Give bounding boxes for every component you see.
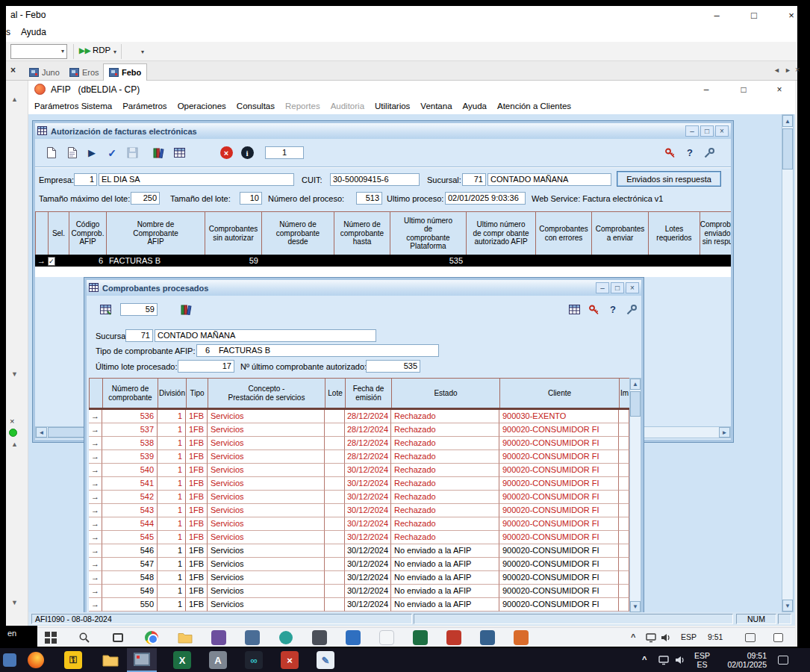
taskbar-cut-icon[interactable] [3, 653, 16, 667]
menu-atencion-clientes[interactable]: Atención a Clientes [497, 102, 571, 111]
column-header[interactable]: Im [620, 379, 630, 408]
file-explorer-icon[interactable] [178, 630, 193, 645]
sucursal-name-field[interactable]: CONTADO MAÑANA [155, 329, 376, 342]
column-header[interactable]: Tipo [187, 379, 208, 408]
table-row[interactable]: → 541 1 1FB Servicios 30/12/2024 Rechaza… [89, 477, 629, 491]
column-header[interactable]: Comprobantes con errores [536, 212, 592, 255]
column-header[interactable]: Comprobantes a enviar [592, 212, 649, 255]
gray-app-icon[interactable]: A [209, 651, 227, 669]
table-row[interactable]: → 545 1 1FB Servicios 30/12/2024 Rechaza… [89, 531, 629, 544]
table-row[interactable]: → 540 1 1FB Servicios 30/12/2024 Rechaza… [89, 464, 629, 477]
speaker-icon[interactable] [658, 630, 673, 645]
afip-titlebar[interactable]: AFIP (dbELDIA - CP) – □ × [28, 81, 795, 98]
remote-language-indicator[interactable]: ESP [681, 632, 697, 641]
records-counter-field[interactable]: 59 [120, 303, 158, 316]
export-grid-icon[interactable] [96, 300, 115, 319]
maximize-button[interactable]: □ [611, 282, 624, 293]
column-header[interactable]: Fecha de emisión [346, 379, 392, 408]
table-row[interactable]: → 549 1 1FB Servicios 30/12/2024 No envi… [89, 585, 629, 598]
tab-eros[interactable]: Eros [64, 63, 105, 81]
menu-parametros[interactable]: Parámetros [122, 102, 166, 111]
globe-dropdown-icon[interactable]: ▾ [141, 49, 144, 55]
process-counter-field[interactable]: 1 [265, 146, 304, 159]
ultimo-autorizado-field[interactable]: 535 [366, 360, 420, 373]
help-icon[interactable]: ? [680, 143, 700, 162]
help-icon[interactable]: ? [603, 300, 623, 319]
speaker-icon[interactable] [673, 653, 687, 667]
start-button[interactable] [43, 630, 58, 645]
scroll-up-icon[interactable]: ▲ [11, 96, 18, 103]
empresa-name-field[interactable]: EL DIA SA [99, 173, 294, 186]
connection-combobox[interactable]: ▾ [10, 44, 67, 59]
auth-selected-row[interactable]: → ✓ 6 FACTURAS B 59 535 [35, 255, 733, 267]
scrollbar-thumb[interactable] [782, 128, 793, 169]
taskbar-app-icon-blue2[interactable] [480, 630, 495, 645]
host-titlebar[interactable]: al - Febo – □ × [6, 6, 797, 24]
column-header[interactable]: Nombre de Comprobante AFIP [107, 212, 205, 255]
afip-minimize-button[interactable]: – [693, 81, 720, 97]
scroll-down-icon[interactable]: ▼ [11, 599, 18, 606]
language-indicator[interactable]: ESPES [694, 651, 710, 669]
column-header[interactable]: Ultimo número de comprobante Plataforma [390, 212, 467, 255]
taskbar-app-icon-orange[interactable] [514, 630, 529, 645]
mdi-vertical-scrollbar[interactable]: ▲ ▼ [782, 114, 794, 612]
table-row[interactable]: → 550 1 1FB Servicios 30/12/2024 No envi… [89, 598, 629, 612]
scroll-right-icon[interactable]: ► [719, 427, 730, 438]
minimize-button[interactable]: – [596, 282, 609, 293]
scrollbar-thumb[interactable] [630, 391, 641, 417]
menu-operaciones[interactable]: Operaciones [178, 102, 226, 111]
taskbar-app-icon-red[interactable] [446, 630, 461, 645]
taskbar-app-icon-green[interactable] [413, 630, 428, 645]
column-header[interactable]: Número de comprobante [103, 379, 158, 408]
scroll-up-icon[interactable]: ▲ [782, 115, 793, 127]
numero-proceso-field[interactable]: 513 [356, 192, 382, 205]
tray-chevron-icon[interactable]: ^ [631, 632, 635, 641]
tray-chevron-icon[interactable]: ^ [642, 655, 647, 664]
task-view-icon[interactable] [110, 630, 125, 645]
cancel-error-icon[interactable]: × [216, 143, 236, 162]
afip-close-button[interactable]: × [766, 81, 793, 97]
column-header[interactable]: Concepto - Prestación de servicios [208, 379, 325, 408]
taskbar-app-icon-teal[interactable] [278, 630, 293, 645]
minimize-button[interactable]: – [685, 125, 699, 137]
column-header[interactable]: Número de comprobante hasta [334, 212, 390, 255]
key-permissions-icon[interactable] [585, 300, 604, 319]
grid-export-icon[interactable] [169, 143, 189, 162]
tab-scroll-left-icon[interactable]: ◄ [773, 66, 780, 74]
confirm-icon[interactable]: ✓ [102, 143, 122, 162]
column-header[interactable]: División [158, 379, 187, 408]
taskbar-app-icon-steel[interactable] [245, 630, 260, 645]
empresa-code-field[interactable]: 1 [74, 173, 97, 186]
taskbar-app-icon-notepad[interactable] [379, 630, 394, 645]
folder-icon[interactable] [102, 651, 119, 669]
red-app-icon[interactable]: × [281, 651, 299, 669]
menu-ventana[interactable]: Ventana [420, 102, 452, 111]
scroll-down-icon[interactable]: ▼ [11, 370, 18, 378]
table-row[interactable]: → 537 1 1FB Servicios 28/12/2024 Rechaza… [89, 423, 629, 437]
close-panel-icon[interactable]: × [10, 65, 16, 75]
table-view-icon[interactable] [564, 300, 584, 319]
host-maximize-button[interactable]: □ [738, 7, 770, 23]
tab-juno[interactable]: Juno [24, 63, 65, 81]
firefox-icon[interactable] [27, 651, 45, 669]
scroll-left-icon[interactable]: ◄ [36, 427, 47, 438]
menu-ayuda[interactable]: Ayuda [463, 102, 487, 111]
scroll-down-icon[interactable]: ▼ [630, 601, 641, 612]
save-icon[interactable] [122, 143, 142, 162]
rdp-dropdown-icon[interactable]: ▾ [113, 49, 116, 55]
table-row[interactable]: → 544 1 1FB Servicios 30/12/2024 Rechaza… [89, 517, 629, 531]
host-menu-ayuda[interactable]: Ayuda [21, 27, 46, 37]
search-icon[interactable] [77, 630, 92, 645]
host-minimize-button[interactable]: – [700, 7, 733, 23]
tools-icon[interactable] [700, 143, 719, 162]
column-header[interactable]: Sel. [49, 212, 69, 255]
column-header[interactable]: Ultimo número de compr obante autorizado… [467, 212, 536, 255]
new-document-icon[interactable] [41, 143, 60, 162]
sucursal-name-field[interactable]: CONTADO MAÑANA [487, 173, 611, 186]
column-header[interactable]: Estado [392, 379, 500, 408]
network-icon[interactable] [644, 630, 658, 645]
books-report-icon[interactable] [149, 143, 168, 162]
excel-icon[interactable]: X [173, 651, 191, 669]
afip-restore-button[interactable]: □ [730, 81, 757, 97]
comprobantes-titlebar[interactable]: Comprobantes procesados – □ × [87, 280, 641, 296]
